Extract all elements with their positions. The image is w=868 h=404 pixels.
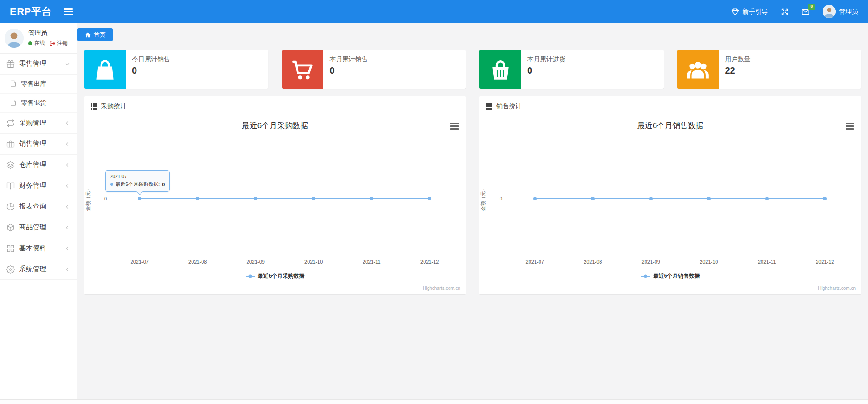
online-status-icon bbox=[28, 41, 32, 45]
chevron-left-icon bbox=[64, 204, 71, 210]
gem-icon bbox=[731, 8, 739, 16]
layers-icon bbox=[6, 161, 15, 169]
x-axis-label: 2021-11 bbox=[363, 259, 381, 264]
y-axis-title: 金额（元） bbox=[480, 186, 487, 211]
erp-dashboard: ERP平台 新手引导 bbox=[0, 0, 868, 404]
tooltip-header: 2021-07 bbox=[110, 174, 165, 179]
avatar bbox=[823, 5, 836, 18]
series-dot-icon bbox=[110, 183, 113, 186]
book-icon bbox=[6, 182, 15, 190]
fullscreen-button[interactable] bbox=[781, 8, 789, 16]
chart-context-menu-button[interactable] bbox=[449, 120, 459, 132]
x-axis-label: 2021-09 bbox=[642, 259, 660, 264]
sidebar-item-system[interactable]: 系统管理 bbox=[0, 259, 77, 280]
sidebar-subitem-retail-return[interactable]: 零售退货 bbox=[0, 94, 77, 113]
sidebar-item-label: 采购管理 bbox=[19, 119, 64, 127]
chart-tooltip: 2021-07最近6个月采购数据: 0 bbox=[105, 170, 170, 192]
sidebar-toggle-icon[interactable] bbox=[64, 8, 73, 15]
legend-item[interactable]: 最近6个月采购数据 bbox=[84, 272, 466, 280]
legend-item[interactable]: 最近6个月销售数据 bbox=[479, 272, 861, 280]
sidebar-item-sales[interactable]: 销售管理 bbox=[0, 134, 77, 155]
panel-header: 采购统计 bbox=[84, 96, 466, 114]
y-axis-title: 金额（元） bbox=[85, 186, 91, 211]
data-point-marker[interactable] bbox=[823, 197, 827, 200]
plot-area: 金额（元）02021-072021-082021-092021-102021-1… bbox=[506, 138, 854, 255]
sidebar-user-panel: 管理员 在线 注销 bbox=[0, 23, 77, 54]
message-count-badge: 0 bbox=[808, 4, 815, 10]
stat-label: 用户数量 bbox=[725, 55, 751, 64]
grid-icon bbox=[6, 244, 15, 253]
y-axis-tick: 0 bbox=[104, 196, 107, 201]
data-point-marker[interactable] bbox=[370, 197, 373, 200]
footer bbox=[0, 399, 868, 404]
x-axis-label: 2021-10 bbox=[304, 259, 323, 264]
stat-text: 本月累计销售0 bbox=[323, 50, 374, 89]
data-point-marker[interactable] bbox=[254, 197, 257, 200]
sidebar-item-basic[interactable]: 基本资料 bbox=[0, 238, 77, 259]
stat-value: 22 bbox=[725, 65, 751, 76]
sidebar-item-warehouse[interactable]: 仓库管理 bbox=[0, 155, 77, 175]
data-point-marker[interactable] bbox=[765, 197, 769, 200]
logout-button[interactable]: 注销 bbox=[50, 40, 68, 47]
series-line bbox=[535, 198, 825, 199]
app-logo: ERP平台 bbox=[10, 5, 52, 19]
data-point-marker[interactable] bbox=[707, 197, 711, 200]
panel-title: 采购统计 bbox=[101, 102, 126, 110]
x-axis-label: 2021-12 bbox=[420, 259, 439, 264]
data-point-marker[interactable] bbox=[138, 197, 141, 200]
sidebar-item-label: 商品管理 bbox=[19, 223, 64, 232]
chart-context-menu-button[interactable] bbox=[845, 120, 855, 132]
chevron-left-icon bbox=[64, 224, 71, 231]
data-point-marker[interactable] bbox=[591, 197, 595, 200]
sidebar-menu: 零售管理零售出库零售退货采购管理销售管理仓库管理财务管理报表查询商品管理基本资料… bbox=[0, 54, 77, 280]
stat-value: 0 bbox=[330, 65, 368, 76]
chevron-left-icon bbox=[64, 141, 71, 147]
data-point-marker[interactable] bbox=[428, 197, 431, 200]
chart-watermark[interactable]: Highcharts.com.cn bbox=[818, 286, 856, 291]
plot-area: 金额（元）02021-072021-082021-092021-102021-1… bbox=[111, 138, 459, 255]
file-icon bbox=[10, 100, 17, 106]
shopping-cart-icon bbox=[282, 50, 323, 89]
sidebar-subitem-retail-out[interactable]: 零售出库 bbox=[0, 75, 77, 94]
sidebar-item-report[interactable]: 报表查询 bbox=[0, 196, 77, 217]
chevron-down-icon bbox=[64, 61, 71, 67]
data-point-marker[interactable] bbox=[649, 197, 653, 200]
file-icon bbox=[10, 80, 17, 87]
chart-panel-sales: 销售统计最近6个月销售数据金额（元）02021-072021-082021-09… bbox=[479, 96, 861, 294]
stat-label: 本月累计进货 bbox=[527, 55, 565, 64]
messages-button[interactable]: 0 bbox=[802, 8, 810, 16]
sidebar-item-finance[interactable]: 财务管理 bbox=[0, 175, 77, 196]
user-menu[interactable]: 管理员 bbox=[823, 5, 858, 18]
sidebar-subitem-label: 零售出库 bbox=[21, 80, 46, 88]
main-content: 首页 今日累计销售0本月累计销售0本月累计进货0用户数量22 采购统计最近6个月… bbox=[77, 23, 868, 404]
sidebar-item-purchase[interactable]: 采购管理 bbox=[0, 113, 77, 134]
x-axis-label: 2021-08 bbox=[584, 259, 602, 264]
sidebar-item-retail[interactable]: 零售管理 bbox=[0, 54, 77, 75]
online-status-label: 在线 bbox=[34, 40, 45, 47]
guide-button[interactable]: 新手引导 bbox=[731, 8, 768, 16]
chevron-left-icon bbox=[64, 120, 71, 126]
data-point-marker[interactable] bbox=[312, 197, 315, 200]
tooltip-series-name: 最近6个月采购数据: bbox=[116, 181, 160, 188]
users-icon bbox=[677, 50, 719, 89]
sidebar-item-label: 仓库管理 bbox=[19, 160, 64, 169]
charts-row: 采购统计最近6个月采购数据金额（元）02021-072021-082021-09… bbox=[84, 96, 861, 294]
sidebar-item-label: 零售管理 bbox=[19, 60, 64, 68]
data-point-marker[interactable] bbox=[533, 197, 537, 200]
line-chart: 最近6个月销售数据金额（元）02021-072021-082021-092021… bbox=[479, 114, 861, 294]
sidebar-item-goods[interactable]: 商品管理 bbox=[0, 217, 77, 238]
chevron-left-icon bbox=[64, 245, 71, 252]
stat-card: 用户数量22 bbox=[677, 50, 862, 89]
sidebar-item-label: 销售管理 bbox=[19, 140, 64, 148]
gear-icon bbox=[6, 265, 15, 274]
guide-label: 新手引导 bbox=[742, 8, 768, 16]
tab-label: 首页 bbox=[94, 31, 106, 39]
stat-label: 本月累计销售 bbox=[330, 55, 368, 64]
tab-home[interactable]: 首页 bbox=[77, 28, 113, 41]
chart-watermark[interactable]: Highcharts.com.cn bbox=[423, 286, 460, 291]
x-axis-label: 2021-07 bbox=[526, 259, 544, 264]
sidebar-item-label: 财务管理 bbox=[19, 181, 64, 190]
x-axis-label: 2021-11 bbox=[758, 259, 776, 264]
th-grid-icon bbox=[91, 103, 97, 110]
data-point-marker[interactable] bbox=[196, 197, 199, 200]
